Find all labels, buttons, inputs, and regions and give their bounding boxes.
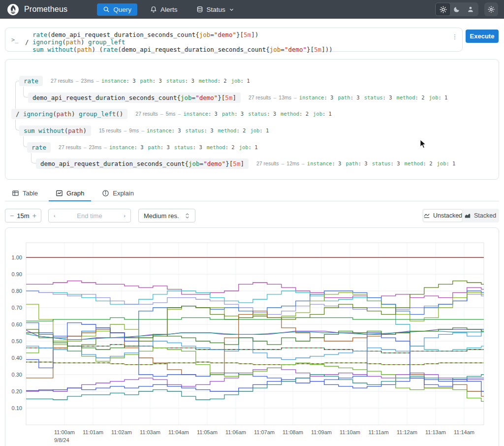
- stacking-label: Unstacked: [433, 212, 462, 219]
- theme-dark-option[interactable]: [450, 3, 464, 15]
- kebab-menu-icon[interactable]: ⋮: [451, 35, 458, 38]
- promql-token: path: [57, 110, 71, 118]
- end-time-placeholder[interactable]: End time: [77, 212, 102, 220]
- database-icon: [196, 6, 203, 13]
- range-value[interactable]: 15m: [17, 212, 29, 220]
- node-stat: –: [122, 127, 129, 133]
- table-icon: [12, 190, 19, 197]
- nav-item-label: Query: [113, 6, 131, 13]
- node-stat: : 3: [267, 111, 281, 117]
- node-stat: job: [437, 160, 446, 166]
- tree-node-pill[interactable]: demo_api_request_duration_seconds_count{…: [36, 159, 249, 169]
- promql-token: /: [16, 110, 23, 118]
- node-stat: job: [231, 78, 241, 84]
- tree-node-row: rate27 results–23ms–instance: 3path: 3st…: [27, 141, 262, 153]
- tab-graph[interactable]: Graph: [49, 186, 91, 201]
- tree-node-pill[interactable]: demo_api_request_duration_seconds_count{…: [28, 93, 241, 103]
- node-stat: instance: [299, 95, 324, 100]
- range-increase-button[interactable]: +: [32, 212, 36, 220]
- promql-token: {: [195, 31, 199, 38]
- resolution-select[interactable]: Medium res.: [138, 209, 195, 223]
- execute-button[interactable]: Execute: [466, 30, 499, 43]
- node-stats: 27 results–5ms–instance: 3path: 3status:…: [135, 111, 336, 117]
- node-stat: : 1: [249, 144, 262, 150]
- promql-token: [25, 46, 32, 53]
- tree-node-pill[interactable]: sum without(path): [19, 126, 91, 136]
- chart-series-line: [25, 292, 484, 344]
- y-axis-tick: 0.30: [12, 372, 22, 378]
- tab-label: Graph: [66, 190, 84, 197]
- promql-token: (: [53, 110, 57, 118]
- range-selector: − 15m +: [5, 209, 41, 223]
- promql-token: [75, 110, 79, 118]
- unstacked-option[interactable]: Unstacked: [423, 210, 462, 222]
- promql-token: "demo": [195, 94, 218, 101]
- end-time-picker[interactable]: ‹ End time ›: [48, 209, 131, 223]
- stacked-option[interactable]: Stacked: [462, 210, 498, 222]
- node-stats: 27 results–23ms–instance: 3path: 3status…: [51, 78, 254, 84]
- tree-node-pill[interactable]: rate: [27, 142, 51, 153]
- promql-token: without: [47, 46, 73, 53]
- info-icon: [102, 190, 109, 197]
- tree-connector: [15, 81, 19, 110]
- time-back-icon[interactable]: ‹: [54, 213, 56, 219]
- node-stat: job: [313, 111, 322, 117]
- promql-token: group_left: [88, 38, 125, 46]
- query-editor[interactable]: >_ rate(demo_api_request_duration_second…: [5, 28, 463, 52]
- theme-auto-option[interactable]: [464, 3, 477, 15]
- nav-item-status[interactable]: Status: [190, 3, 240, 16]
- promql-token: job: [181, 94, 192, 101]
- chart-series-line: [25, 345, 484, 353]
- promql-token: =: [192, 94, 196, 101]
- time-series-chart: 0.100.200.300.400.500.600.700.800.901.00…: [5, 228, 500, 446]
- promql-token: )): [325, 46, 333, 53]
- code-line[interactable]: rate(demo_api_request_duration_seconds_c…: [25, 31, 333, 38]
- node-stat: : 3: [193, 144, 207, 150]
- promql-token: (: [47, 31, 51, 38]
- tree-node-pill[interactable]: rate: [19, 76, 43, 86]
- node-stat: method: [397, 95, 415, 100]
- x-axis-tick: 11:02am: [111, 429, 132, 435]
- tab-table[interactable]: Table: [5, 186, 45, 201]
- node-stat: path: [338, 95, 350, 100]
- code-line[interactable]: / ignoring(path) group_left: [25, 38, 333, 46]
- app-title: Prometheus: [24, 5, 67, 14]
- y-axis-tick: 1.00: [12, 255, 22, 260]
- promql-token: "demo": [284, 46, 307, 53]
- promql-token: rate: [24, 77, 38, 85]
- node-stat: –: [139, 127, 147, 133]
- node-stat: : 3: [350, 95, 364, 100]
- code-line[interactable]: sum without(path) (rate(demo_api_request…: [25, 46, 333, 53]
- nav-items: Query Alerts Status: [97, 3, 240, 16]
- node-stat: –: [291, 95, 299, 100]
- promql-token: job: [199, 31, 211, 38]
- nav-item-alerts[interactable]: Alerts: [144, 3, 184, 16]
- node-stat: : 3: [208, 111, 222, 117]
- query-expression[interactable]: rate(demo_api_request_duration_seconds_c…: [25, 31, 333, 54]
- tab-explain[interactable]: Explain: [95, 186, 141, 201]
- node-stat: status: [364, 95, 383, 100]
- y-axis-tick: 0.70: [12, 305, 22, 311]
- time-forward-icon[interactable]: ›: [124, 213, 126, 219]
- x-axis-tick: 11:07am: [254, 429, 275, 435]
- tab-label: Table: [23, 190, 38, 197]
- y-axis-tick: 0.40: [12, 355, 22, 361]
- promql-token: ): [83, 127, 87, 134]
- promql-token: {: [177, 94, 181, 101]
- x-axis-date-label: 9/8/24: [54, 437, 69, 443]
- stacking-label: Stacked: [474, 212, 496, 219]
- range-decrease-button[interactable]: −: [10, 212, 14, 220]
- settings-button[interactable]: [484, 2, 498, 16]
- nav-item-query[interactable]: Query: [97, 3, 137, 16]
- node-stats: 27 results–12ms–instance: 3path: 3status…: [256, 160, 460, 166]
- theme-light-option[interactable]: [436, 3, 450, 15]
- node-stat: path: [148, 144, 160, 150]
- promql-token: [35, 127, 39, 134]
- node-stat: : 2: [415, 95, 429, 100]
- promql-token: path: [77, 46, 92, 53]
- navbar-right: [435, 2, 498, 16]
- tree-node-pill[interactable]: / ignoring(path) group_left(): [11, 109, 127, 119]
- node-stat: status: [174, 144, 193, 150]
- promql-token: {: [266, 46, 270, 53]
- brand: Prometheus: [7, 3, 67, 16]
